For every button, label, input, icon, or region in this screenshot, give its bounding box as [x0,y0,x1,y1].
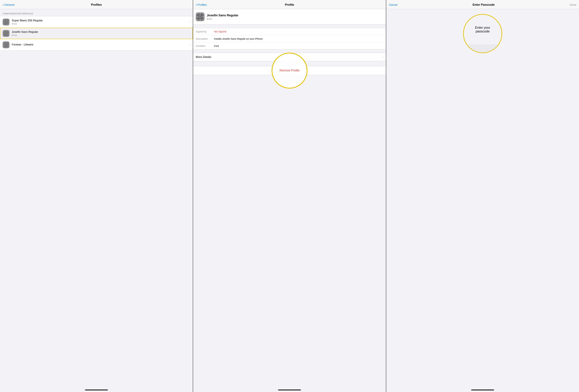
page-title-enter-passcode: Enter Passcode [473,3,495,6]
gear-icon-super-mario [2,19,9,25]
gear-icon-josefin-sans [2,30,9,37]
svg-point-3 [5,21,7,23]
more-details-row[interactable]: More Details › [193,53,386,61]
home-indicator-screen1 [85,390,108,390]
done-button[interactable]: Done [570,3,577,6]
detail-label-signed-by: Signed by [196,30,212,33]
detail-value-description: Installs Josefin Sans Regular on your iP… [214,37,383,40]
screen-enter-passcode: Cancel Enter Passcode Done Enter your pa… [386,0,579,392]
screen-profiles-list: ‹ General Profiles CONFIGURATION PROFILE… [0,0,193,392]
profile-icon-josefin [196,12,205,21]
chevron-icon-super-mario: › [189,20,190,24]
home-indicator-screen3 [471,390,494,390]
remove-profile-button[interactable]: Remove Profile Remove Profile [193,66,386,75]
page-title-profile: Profile [285,3,294,6]
svg-rect-19 [8,33,9,34]
svg-rect-31 [8,45,9,45]
chevron-left-icon: ‹ [2,3,4,7]
passcode-content-area: Enter your passcode [386,14,579,53]
profile-detail-title: Josefin Sans Regular [207,13,238,17]
profile-title-josefin-sans: Josefin Sans Regular [12,30,189,34]
back-button-general[interactable]: ‹ General [2,3,14,7]
back-button-profiles[interactable]: ‹ Profiles [196,3,207,7]
svg-rect-42 [197,16,198,17]
screen-profile-detail: ‹ Profiles Profile Josefin Sans Regular … [193,0,386,392]
svg-point-15 [5,33,7,34]
enter-passcode-label: Enter your passcode [464,26,502,33]
profile-detail-group: Signed by Not Signed Description Install… [193,28,386,50]
list-item-super-mario[interactable]: Super Mario 256 Regular iFont › [0,16,193,28]
profile-text-super-mario: Super Mario 256 Regular iFont [12,19,189,25]
profile-title-fonteer: Fonteer - Lifewire [12,43,189,46]
list-item-josefin-sans[interactable]: Josefin Sans Regular iFont › [0,28,193,39]
nav-bar-screen1: ‹ General Profiles [0,0,193,9]
profiles-list: Super Mario 256 Regular iFont › [0,16,193,51]
profile-text-fonteer: Fonteer - Lifewire [12,43,189,47]
svg-rect-30 [3,45,4,45]
svg-rect-17 [6,35,6,36]
section-header-config-profiles: CONFIGURATION PROFILES [0,9,193,16]
nav-bar-screen3: Cancel Enter Passcode Done [386,0,579,9]
remove-profile-label: Remove Profile [279,69,299,72]
nav-bar-screen2: ‹ Profiles Profile [193,0,386,9]
page-title-profiles: Profiles [91,3,102,6]
svg-rect-7 [8,22,9,22]
remove-profile-section: Remove Profile Remove Profile [193,66,386,75]
detail-value-signed-by: Not Signed [214,30,383,33]
svg-rect-5 [6,24,6,25]
chevron-left-icon-screen2: ‹ [196,3,197,7]
profile-subtitle-super-mario: iFont [12,22,189,25]
home-indicator-screen2 [278,390,301,390]
svg-rect-16 [6,31,6,32]
svg-point-39 [199,16,201,18]
passcode-circle-highlight: Enter your passcode [463,14,502,53]
passcode-input-area[interactable] [464,44,502,53]
svg-rect-43 [202,16,204,17]
more-details-label: More Details [196,56,382,59]
detail-value-contains: Font [214,45,383,47]
svg-rect-40 [200,13,201,15]
back-label-profiles: Profiles [198,3,207,6]
chevron-icon-fonteer: › [189,43,190,47]
list-item-fonteer[interactable]: Fonteer - Lifewire › [0,39,193,51]
detail-row-description: Description Installs Josefin Sans Regula… [193,35,386,42]
profile-subtitle-josefin-sans: iFont [12,34,189,37]
chevron-icon-more-details: › [382,55,383,59]
detail-row-signed-by: Signed by Not Signed [193,28,386,35]
detail-row-contains: Contains Font [193,42,386,49]
svg-rect-29 [6,47,6,48]
detail-label-description: Description [196,37,212,40]
profile-text-josefin-sans: Josefin Sans Regular iFont [12,30,189,37]
profile-detail-header: Josefin Sans Regular iFont [193,9,386,25]
back-label-general: General [4,3,14,6]
gear-icon-fonteer [2,41,9,48]
detail-label-contains: Contains [196,45,212,47]
profile-header-text: Josefin Sans Regular iFont [207,13,238,20]
cancel-button[interactable]: Cancel [389,3,397,6]
svg-rect-28 [6,42,6,43]
chevron-icon-josefin-sans: › [189,32,190,35]
svg-rect-6 [3,22,4,22]
svg-rect-4 [6,19,6,20]
svg-point-27 [5,44,7,46]
svg-rect-18 [3,33,4,34]
svg-rect-41 [200,19,201,20]
profile-title-super-mario: Super Mario 256 Regular [12,19,189,22]
profile-detail-subtitle: iFont [207,18,238,20]
